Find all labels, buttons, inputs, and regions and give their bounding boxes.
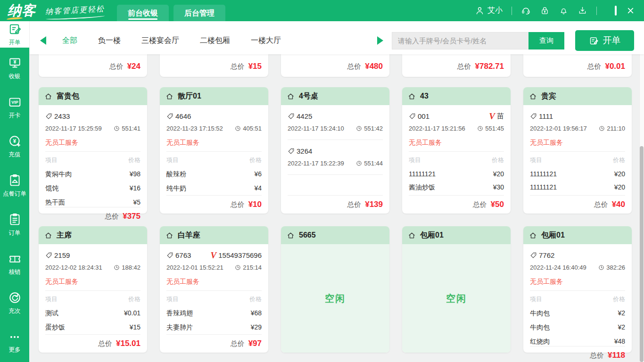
download-icon[interactable] xyxy=(578,6,587,16)
item-name: 夫妻肺片 xyxy=(166,323,193,332)
app-logo: 纳客 xyxy=(8,1,39,20)
order-item-row: 黄焖牛肉¥98 xyxy=(45,170,140,179)
svg-text:¥: ¥ xyxy=(13,138,16,144)
scroll-right-icon[interactable] xyxy=(377,36,383,45)
home-icon xyxy=(44,231,52,239)
sidebar-item-cashier[interactable]: ¥ 收银 xyxy=(0,49,29,88)
table-card[interactable]: 贵宾11112022-12-01 19:56:17211:10无员工服务项目价格… xyxy=(523,87,632,214)
divider xyxy=(166,290,262,291)
clock-icon xyxy=(477,125,483,132)
order-tag-number: 1111 xyxy=(539,112,553,120)
sidebar-item-recharge[interactable]: ¥ 充值 xyxy=(0,127,29,166)
items-col-label: 项目 xyxy=(166,295,179,304)
timer-value: 188:42 xyxy=(122,264,140,271)
card-row: 富贵包24332022-11-17 15:25:59551:41无员工服务项目价… xyxy=(39,87,632,214)
sidebar-item-recharge-times[interactable]: 充次 xyxy=(0,284,29,323)
area-tab-basement[interactable]: 负一楼 xyxy=(98,36,121,46)
open-order-button[interactable]: 开单 xyxy=(575,30,634,51)
table-card[interactable]: 白羊座6763V155493756962022-12-01 15:52:2121… xyxy=(160,226,268,353)
timer-value: 215:14 xyxy=(243,264,262,271)
order-timer: 551:41 xyxy=(114,125,140,132)
table-card[interactable]: 总价¥0.01 xyxy=(523,54,632,77)
card-footer: 总价¥10 xyxy=(166,196,262,214)
item-name: 热干面 xyxy=(45,198,65,207)
table-card[interactable]: 43001V苗2022-11-17 15:21:56551:45无员工服务项目价… xyxy=(402,87,511,214)
sidebar-item-verify[interactable]: 核销 xyxy=(0,245,29,284)
order-datetime: 2022-11-24 16:40:49 xyxy=(530,264,586,271)
table-card[interactable]: 包厢0177622022-11-24 16:40:49382:26无员工服务项目… xyxy=(523,226,632,353)
table-card[interactable]: 总价¥480 xyxy=(281,54,389,77)
total-label: 总价 xyxy=(231,339,245,348)
item-name: 11111121 xyxy=(530,183,557,191)
close-button[interactable] xyxy=(626,6,636,16)
table-name: 4号桌 xyxy=(299,91,318,101)
order-datetime: 2022-11-23 17:15:52 xyxy=(166,125,223,132)
current-user[interactable]: 艾小 xyxy=(475,6,503,16)
item-name: 11111121 xyxy=(409,170,436,178)
order-tag: 6763 xyxy=(166,251,191,259)
order-block: 6763V155493756962022-12-01 15:52:21215:1… xyxy=(166,244,262,272)
table-card[interactable]: 包厢01空闲 xyxy=(402,226,511,353)
member-name: 15549375696 xyxy=(218,251,262,259)
home-icon xyxy=(287,92,295,100)
total-value: ¥480 xyxy=(365,62,383,71)
area-tab-all[interactable]: 全部 xyxy=(62,36,77,46)
divider xyxy=(45,151,140,152)
total-label: 总价 xyxy=(590,351,604,360)
area-tab-private-rooms[interactable]: 二楼包厢 xyxy=(200,36,230,46)
table-card[interactable]: 总价¥782.71 xyxy=(402,54,511,77)
area-tab-banquet-hall[interactable]: 三楼宴会厅 xyxy=(141,36,179,46)
maximize-button[interactable] xyxy=(615,7,617,15)
no-staff-note: 无员工服务 xyxy=(530,277,625,286)
lock-icon[interactable] xyxy=(540,6,550,16)
no-staff-note: 无员工服务 xyxy=(530,138,625,147)
scrollbar-thumb[interactable] xyxy=(640,146,644,362)
search-button[interactable]: 查询 xyxy=(528,32,564,49)
table-card[interactable]: 总价¥15 xyxy=(160,54,268,77)
table-card[interactable]: 5665空闲 xyxy=(281,226,389,353)
area-tab-main-hall[interactable]: 一楼大厅 xyxy=(251,36,281,46)
order-item-row: 蛋炒饭¥15 xyxy=(45,323,140,332)
tab-front-cashier[interactable]: 前台收银 xyxy=(117,5,169,21)
sidebar-item-orders[interactable]: 订单 xyxy=(0,206,29,245)
timer-value: 551:44 xyxy=(364,160,383,167)
table-card[interactable]: 主席21592022-12-02 18:24:31188:42无员工服务项目价格… xyxy=(39,226,147,353)
tab-back-admin[interactable]: 后台管理 xyxy=(173,5,225,21)
table-card[interactable]: 富贵包24332022-11-17 15:25:59551:41无员工服务项目价… xyxy=(39,87,147,214)
total-label: 总价 xyxy=(231,62,245,71)
sidebar-item-more[interactable]: 更多 xyxy=(0,323,29,362)
order-item-row: 测试¥0.01 xyxy=(45,309,140,318)
main-nav: 前台收银 后台管理 xyxy=(117,5,225,21)
support-headset-icon[interactable] xyxy=(521,6,531,16)
table-card-header: 包厢01 xyxy=(402,226,511,244)
total-value: ¥50 xyxy=(491,200,504,209)
items-col-label: 项目 xyxy=(45,156,58,165)
recharge-times-icon xyxy=(8,291,22,304)
app-slogan: 纳客管店更轻松 xyxy=(45,4,105,17)
search-input[interactable] xyxy=(392,32,528,49)
tag-icon xyxy=(288,113,295,120)
no-staff-note: 无员工服务 xyxy=(166,138,262,147)
table-card-body: 空闲 xyxy=(402,244,511,353)
sidebar-item-vip-card[interactable]: VIP 开卡 xyxy=(0,88,29,127)
table-card[interactable]: 总价¥24 xyxy=(39,54,147,77)
order-timer: 405:51 xyxy=(235,125,262,132)
order-tag-number: 4425 xyxy=(297,112,312,120)
sidebar-item-meal-orders[interactable]: 点餐订单 xyxy=(0,166,29,205)
item-price: ¥2 xyxy=(618,323,625,332)
order-item-row: 红烧肉¥48 xyxy=(530,337,625,346)
order-datetime: 2022-11-17 15:25:59 xyxy=(45,125,102,132)
sidebar-item-open-order[interactable]: 开单 xyxy=(0,21,29,49)
home-icon xyxy=(408,92,416,100)
order-block: 001V苗2022-11-17 15:21:56551:45 xyxy=(409,105,504,133)
item-price: ¥4 xyxy=(254,184,262,193)
bell-icon[interactable] xyxy=(559,6,569,16)
total-value: ¥24 xyxy=(127,62,140,71)
total-label: 总价 xyxy=(109,62,124,71)
scroll-left-icon[interactable] xyxy=(40,36,46,45)
total-value: ¥10 xyxy=(248,200,262,209)
order-timer: 188:42 xyxy=(114,264,140,271)
table-card[interactable]: 散厅0146462022-11-23 17:15:52405:51无员工服务项目… xyxy=(160,87,268,214)
card-footer: 总价¥118 xyxy=(530,346,625,362)
table-card[interactable]: 4号桌44252022-11-17 15:24:10551:4232642022… xyxy=(281,87,389,214)
